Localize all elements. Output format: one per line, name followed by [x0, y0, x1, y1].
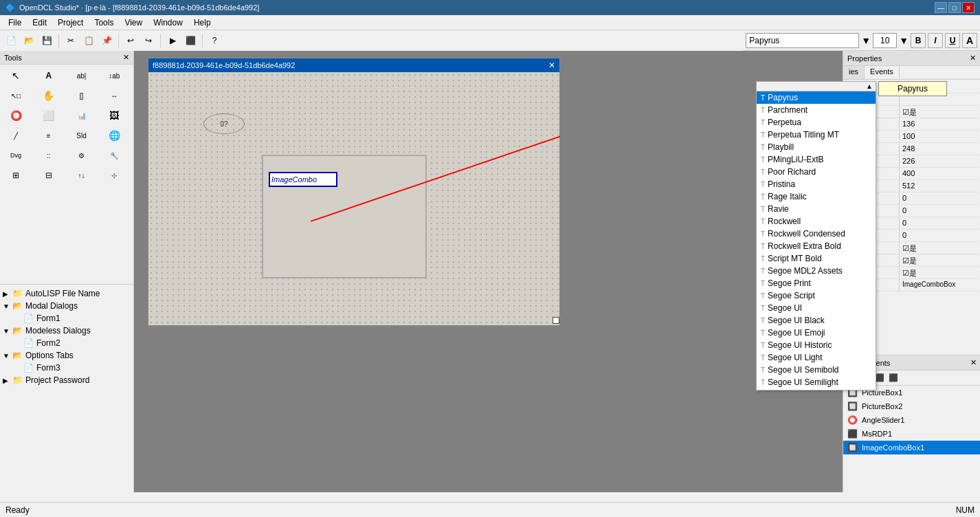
tab-events[interactable]: Events: [865, 66, 900, 79]
tool-align[interactable]: ↑↓: [67, 166, 96, 185]
tool-rect[interactable]: ⬜: [34, 106, 63, 125]
menu-file[interactable]: File: [3, 16, 27, 29]
font-dropdown-arrow[interactable]: ▼: [861, 35, 871, 46]
menu-edit[interactable]: Edit: [27, 16, 52, 29]
underline-btn[interactable]: U: [945, 33, 960, 48]
tool-table2[interactable]: ⊟: [34, 166, 63, 185]
font-item-papyrus[interactable]: T Papyrus: [757, 91, 876, 104]
tool-table[interactable]: ⊞: [1, 166, 30, 185]
bold-btn[interactable]: B: [911, 33, 926, 48]
font-item-rage-italic[interactable]: T Rage Italic: [757, 190, 876, 203]
comp-tool4[interactable]: ⬛: [887, 372, 900, 384]
font-item-script-mt[interactable]: T Script MT Bold: [757, 252, 876, 265]
font-item-segoe-print[interactable]: T Segoe Print: [757, 277, 876, 289]
font-item-segoe-ui-historic[interactable]: T Segoe UI Historic: [757, 339, 876, 351]
new-btn[interactable]: 📄: [3, 33, 19, 48]
tool-group[interactable]: []: [67, 86, 96, 105]
font-item-segoe-ui-semibold[interactable]: T Segoe UI Semibold: [757, 364, 876, 376]
run-btn[interactable]: ▶: [164, 33, 181, 48]
font-item-segoe-script[interactable]: T Segoe Script: [757, 289, 876, 302]
tree-item-form3[interactable]: 📄 Form3: [14, 362, 131, 374]
tree-item-form1[interactable]: 📄 Form1: [14, 312, 131, 324]
tool-dist[interactable]: ⊹: [100, 166, 129, 185]
font-item-playbill[interactable]: T Playbill: [757, 141, 876, 153]
menu-help[interactable]: Help: [188, 16, 216, 29]
font-item-ravie[interactable]: T Ravie: [757, 203, 876, 215]
comp-msrdp1[interactable]: ⬛ MsRDP1: [843, 427, 980, 441]
tool-pointer[interactable]: ↖: [1, 66, 30, 85]
circle-control[interactable]: 0?: [203, 113, 245, 134]
font-item-pmingliu[interactable]: T PMingLiU-ExtB: [757, 153, 876, 166]
tool-label2[interactable]: Dvg: [1, 146, 30, 165]
canvas-inner[interactable]: f889881d-2039-461e-b09d-51db6de4a992 ✕ 0…: [134, 51, 843, 492]
tool-build[interactable]: ⚙: [67, 146, 96, 165]
font-item-segoe-ui-symbol[interactable]: T Segoe UI Symbol: [757, 388, 876, 390]
tree-item-modeless[interactable]: ▼ 📂 Modeless Dialogs: [3, 324, 131, 337]
menu-view[interactable]: View: [119, 16, 148, 29]
tree-item-modal[interactable]: ▼ 📂 Modal Dialogs: [3, 300, 131, 312]
form-combo[interactable]: ImageCombo: [269, 172, 337, 187]
comp-imagecombobox1[interactable]: 🔲 ImageComboBox1: [843, 441, 980, 454]
paste-btn[interactable]: 📌: [98, 33, 115, 48]
font-item-segoe-ui[interactable]: T Segoe UI: [757, 302, 876, 314]
tool-image[interactable]: 🖼: [100, 106, 129, 125]
font-item-pristina[interactable]: T Pristina: [757, 178, 876, 190]
font-item-segoe-mdl2[interactable]: T Segoe MDL2 Assets: [757, 265, 876, 277]
copy-btn[interactable]: 📋: [80, 33, 97, 48]
cut-btn[interactable]: ✂: [63, 33, 79, 48]
font-item-segoe-ui-light[interactable]: T Segoe UI Light: [757, 351, 876, 364]
open-btn[interactable]: 📂: [21, 33, 37, 48]
tool-chart[interactable]: 📊: [67, 106, 96, 125]
restore-btn[interactable]: □: [948, 2, 961, 13]
tree-item-form2[interactable]: 📄 Form2: [14, 337, 131, 349]
tool-edit[interactable]: ab|: [67, 66, 96, 85]
font-item-perpetua[interactable]: T Perpetua: [757, 116, 876, 129]
font-item-perpetua-titling[interactable]: T Perpetua Titling MT: [757, 129, 876, 141]
close-btn[interactable]: ✕: [962, 2, 975, 13]
form-body[interactable]: 0? ImageCombo: [148, 72, 559, 325]
undo-btn[interactable]: ↩: [122, 33, 139, 48]
tree-item-autolisp[interactable]: ▶ 📁 AutoLISP File Name: [3, 287, 131, 300]
font-name-input[interactable]: [746, 33, 859, 48]
font-size-arrow[interactable]: ▼: [899, 35, 909, 46]
font-item-segoe-ui-black[interactable]: T Segoe UI Black: [757, 314, 876, 327]
font-item-segoe-ui-emoji[interactable]: T Segoe UI Emoji: [757, 327, 876, 339]
menu-project[interactable]: Project: [52, 16, 89, 29]
tool-move[interactable]: ✋: [34, 86, 63, 105]
tool-line[interactable]: ╱: [1, 126, 30, 145]
tool-resize[interactable]: ↔: [100, 86, 129, 105]
comp-angleslider1[interactable]: ⭕ AngleSlider1: [843, 413, 980, 427]
tool-list[interactable]: ≡: [34, 126, 63, 145]
font-item-rockwell-extrabold[interactable]: T Rockwell Extra Bold: [757, 240, 876, 252]
font-item-segoe-ui-semilight[interactable]: T Segoe UI Semilight: [757, 376, 876, 388]
comp-picturebox2[interactable]: 🔲 PictureBox2: [843, 399, 980, 413]
save-btn[interactable]: 💾: [38, 33, 55, 48]
tool-text[interactable]: A: [34, 66, 63, 85]
stop-btn[interactable]: ⬛: [182, 33, 199, 48]
left-panel-close[interactable]: ✕: [123, 53, 129, 62]
font-size-input[interactable]: [873, 33, 897, 48]
tool-cursor[interactable]: ↕ab: [100, 66, 129, 85]
tool-web[interactable]: 🌐: [100, 126, 129, 145]
help-btn[interactable]: ?: [206, 33, 223, 48]
tool-spin[interactable]: Sld: [67, 126, 96, 145]
font-enlarge-btn[interactable]: A: [962, 33, 977, 48]
component-panel-close[interactable]: ✕: [970, 358, 977, 367]
tool-oval[interactable]: ⭕: [1, 106, 30, 125]
italic-btn[interactable]: I: [928, 33, 943, 48]
menu-tools[interactable]: Tools: [89, 16, 119, 29]
minimize-btn[interactable]: —: [935, 2, 947, 13]
menu-window[interactable]: Window: [148, 16, 188, 29]
font-item-rockwell-cond[interactable]: T Rockwell Condensed: [757, 228, 876, 240]
properties-close[interactable]: ✕: [970, 54, 976, 63]
tool-select[interactable]: ↖□: [1, 86, 30, 105]
font-item-parchment[interactable]: T Parchment: [757, 104, 876, 116]
font-dropdown-scroll-up[interactable]: ▲: [866, 82, 873, 90]
tab-properties[interactable]: ies: [843, 66, 865, 79]
resize-handle[interactable]: [553, 317, 559, 324]
font-item-poor-richard[interactable]: T Poor Richard: [757, 166, 876, 178]
tree-item-options[interactable]: ▼ 📂 Options Tabs: [3, 349, 131, 362]
redo-btn[interactable]: ↪: [140, 33, 157, 48]
tool-grid2[interactable]: ::: [34, 146, 63, 165]
form-close-btn[interactable]: ✕: [548, 60, 555, 70]
